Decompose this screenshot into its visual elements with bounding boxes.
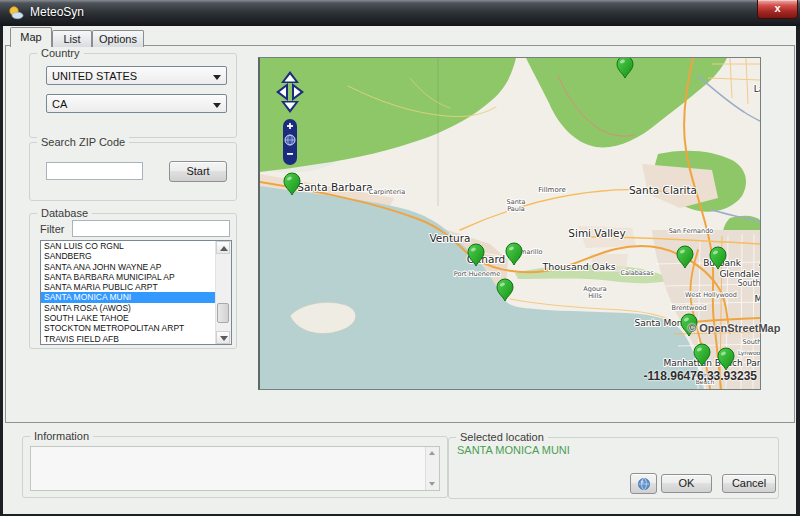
selected-location-value: SANTA MONICA MUNI [457,444,570,456]
map-place-label: Fillmore [538,186,565,194]
map-place-label: La [754,84,760,94]
close-button[interactable]: x [757,0,798,19]
station-list-item[interactable]: SANTA MARIA PUBLIC ARPT [41,282,216,292]
station-list-item[interactable]: SANDBERG [41,251,216,261]
scroll-down-button[interactable] [216,331,230,344]
station-list-item[interactable]: SANTA ANA JOHN WAYNE AP [41,262,216,272]
map-coordinates: -118.96476,33.93235 [640,369,757,383]
database-group-label: Database [37,207,92,219]
map-viewport[interactable]: Santa BarbaraCarpinteriaVenturaSantaPaul… [258,57,761,390]
map-place-label: South [737,279,760,288]
application-window: MeteoSyn x Map List Options Country UNIT… [0,0,800,516]
map-place-label: Port Hueneme [454,270,500,278]
cancel-button[interactable]: Cancel [722,474,776,493]
country-dropdown-value: UNITED STATES [52,70,137,82]
map-canvas: Santa BarbaraCarpinteriaVenturaSantaPaul… [260,58,760,389]
arrow-down-icon [220,336,228,341]
state-dropdown-value: CA [52,98,67,110]
station-list-item[interactable]: SANTA MONICA MUNI [41,292,216,302]
scroll-up-button[interactable] [216,241,230,254]
globe-button[interactable] [630,473,657,494]
arrow-up-icon [220,246,228,251]
app-weather-icon [8,5,24,21]
map-place-label: Ventura [429,232,470,244]
window-title: MeteoSyn [30,5,84,19]
information-scrollbar[interactable] [425,447,439,490]
station-list: SAN LUIS CO RGNLSANDBERGSANTA ANA JOHN W… [41,241,216,344]
map-place-label: Mor [755,294,760,304]
filter-label: Filter [40,223,64,235]
zoom-world-icon[interactable] [285,135,295,145]
map-place-label: Brentwood [671,304,706,312]
map-place-label: Glendale- [719,269,760,279]
globe-icon [637,477,651,491]
map-place-label: Hills [588,292,602,300]
map-place-label: South [743,338,760,346]
station-list-item[interactable]: TRAVIS FIELD AFB [41,334,216,344]
zip-group-label: Search ZIP Code [37,136,129,148]
map-place-label: Lynwood [738,349,760,357]
map-place-label: Paran [746,358,760,368]
map-place-label: Santa Barbara [297,181,372,193]
station-list-item[interactable]: STOCKTON METROPOLITAN ARPT [41,323,216,333]
tab-map[interactable]: Map [10,27,52,47]
map-place-label: Simi Valley [568,227,625,239]
scrollbar-thumb[interactable] [217,303,229,323]
map-place-label: Carpinteria [369,188,405,196]
station-listbox[interactable]: SAN LUIS CO RGNLSANDBERGSANTA ANA JOHN W… [40,240,232,345]
list-scrollbar[interactable] [215,241,231,344]
country-dropdown[interactable]: UNITED STATES [46,66,227,85]
station-list-item[interactable]: SANTA ROSA (AWOS) [41,303,216,313]
titlebar[interactable]: MeteoSyn x [0,0,800,26]
start-button[interactable]: Start [169,161,227,182]
selected-location-label: Selected location [456,431,548,443]
map-place-label: Santa Clarita [629,184,697,196]
tab-options[interactable]: Options [92,30,144,47]
ok-button[interactable]: OK [661,474,712,493]
map-place-label: Thousand Oaks [541,261,615,272]
zoom-out-icon[interactable] [287,153,293,155]
map-attribution: © OpenStreetMap [688,322,780,334]
information-group-label: Information [30,430,93,442]
station-list-item[interactable]: SAN LUIS CO RGNL [41,241,216,251]
state-dropdown[interactable]: CA [46,94,227,113]
filter-input[interactable] [72,220,230,237]
zip-input[interactable] [46,162,143,180]
map-place-label: Calabasas [620,269,654,277]
chevron-down-icon [213,75,221,80]
country-group-label: Country [37,47,84,59]
map-place-label: San Fernando [669,227,714,235]
information-textarea[interactable] [30,446,440,491]
station-list-item[interactable]: SANTA BARBARA MUNICIPAL AP [41,272,216,282]
station-list-item[interactable]: SOUTH LAKE TAHOE [41,313,216,323]
arrow-up-icon [429,451,435,455]
map-place-label: A [759,258,760,268]
map-place-label: Paula [507,205,525,213]
arrow-down-icon [429,482,435,486]
chevron-down-icon [213,103,221,108]
map-place-label: West Hollywood [685,291,737,299]
tab-list[interactable]: List [52,30,92,47]
